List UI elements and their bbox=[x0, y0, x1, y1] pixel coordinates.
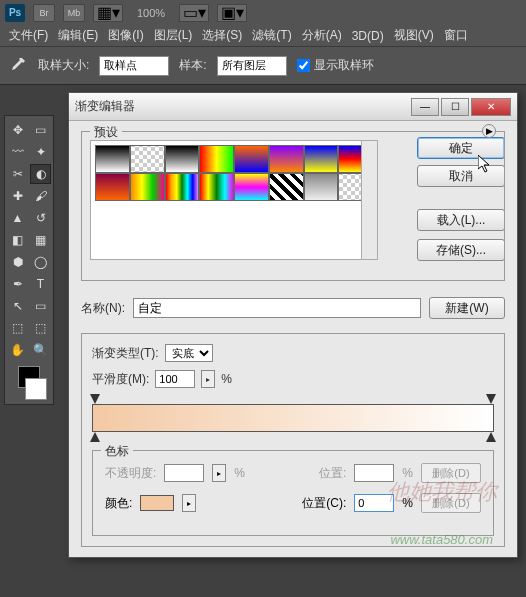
gradient-tool[interactable]: ▦ bbox=[30, 230, 51, 250]
zoom-level[interactable]: 100% bbox=[137, 7, 165, 19]
sample-size-label: 取样大小: bbox=[38, 57, 89, 74]
position-c-label: 位置(C): bbox=[302, 495, 346, 512]
background-swatch[interactable] bbox=[25, 378, 47, 400]
preset-swatch[interactable] bbox=[95, 173, 130, 201]
opacity-stepper: ▸ bbox=[212, 464, 226, 482]
presets-menu-icon[interactable]: ▶ bbox=[482, 124, 496, 138]
color-swatch[interactable] bbox=[140, 495, 174, 511]
history-brush-tool[interactable]: ↺ bbox=[30, 208, 51, 228]
blur-tool[interactable]: ⬢ bbox=[7, 252, 28, 272]
name-row: 名称(N): 新建(W) bbox=[81, 297, 505, 319]
opacity-stop-right[interactable] bbox=[486, 394, 496, 404]
preset-scrollbar[interactable] bbox=[361, 141, 377, 259]
shape-tool[interactable]: ▭ bbox=[30, 296, 51, 316]
smooth-stepper[interactable]: ▸ bbox=[201, 370, 215, 388]
screen-mode-dropdown[interactable]: ▣▾ bbox=[217, 4, 247, 22]
eraser-tool[interactable]: ◧ bbox=[7, 230, 28, 250]
preset-swatch[interactable] bbox=[234, 145, 269, 173]
heal-tool[interactable]: ✚ bbox=[7, 186, 28, 206]
sample-label: 样本: bbox=[179, 57, 206, 74]
color-picker-arrow[interactable]: ▸ bbox=[182, 494, 196, 512]
gradient-editor-dialog: 渐变编辑器 — ☐ ✕ 确定 取消 载入(L)... 存储(S)... 预设 ▶ bbox=[68, 92, 518, 558]
preset-swatch[interactable] bbox=[199, 145, 234, 173]
hand-tool[interactable]: ✋ bbox=[7, 340, 28, 360]
percent-label-2: % bbox=[234, 466, 245, 480]
color-label: 颜色: bbox=[105, 495, 132, 512]
preset-swatch[interactable] bbox=[234, 173, 269, 201]
preset-swatch[interactable] bbox=[130, 173, 165, 201]
smooth-input[interactable] bbox=[155, 370, 195, 388]
menu-layer[interactable]: 图层(L) bbox=[151, 25, 196, 46]
marquee-tool[interactable]: ▭ bbox=[30, 120, 51, 140]
maximize-button[interactable]: ☐ bbox=[441, 98, 469, 116]
preset-swatch[interactable] bbox=[269, 145, 304, 173]
delete-color-stop-button[interactable]: 删除(D) bbox=[421, 493, 481, 513]
3d-tool[interactable]: ⬚ bbox=[7, 318, 28, 338]
preset-swatch[interactable] bbox=[199, 173, 234, 201]
brush-tool[interactable]: 🖌 bbox=[30, 186, 51, 206]
opacity-stop-left[interactable] bbox=[90, 394, 100, 404]
menu-file[interactable]: 文件(F) bbox=[6, 25, 51, 46]
close-button[interactable]: ✕ bbox=[471, 98, 511, 116]
preset-swatch[interactable] bbox=[304, 145, 339, 173]
lasso-tool[interactable]: 〰 bbox=[7, 142, 28, 162]
show-ring-checkbox[interactable]: 显示取样环 bbox=[297, 57, 374, 74]
gradient-preview[interactable] bbox=[92, 404, 494, 432]
zoom-tool[interactable]: 🔍 bbox=[30, 340, 51, 360]
view-dropdown[interactable]: ▦▾ bbox=[93, 4, 123, 22]
preset-grid[interactable] bbox=[90, 140, 378, 260]
eyedropper-tool-icon[interactable] bbox=[8, 56, 28, 76]
preset-swatch[interactable] bbox=[130, 145, 165, 173]
opacity-label: 不透明度: bbox=[105, 465, 156, 482]
presets-frame: 预设 ▶ bbox=[81, 131, 505, 281]
arrange-dropdown[interactable]: ▭▾ bbox=[179, 4, 209, 22]
mb-button[interactable]: Mb bbox=[63, 4, 85, 22]
menu-3d[interactable]: 3D(D) bbox=[349, 27, 387, 45]
pen-tool[interactable]: ✒ bbox=[7, 274, 28, 294]
color-stops-frame: 色标 不透明度: ▸ % 位置: % 删除(D) 颜色: ▸ bbox=[92, 450, 494, 536]
menu-view[interactable]: 视图(V) bbox=[391, 25, 437, 46]
eyedropper-tool[interactable]: ◐ bbox=[30, 164, 51, 184]
color-stop-left[interactable] bbox=[90, 432, 100, 442]
show-ring-check[interactable] bbox=[297, 59, 310, 72]
menu-image[interactable]: 图像(I) bbox=[105, 25, 146, 46]
dialog-body: 确定 取消 载入(L)... 存储(S)... 预设 ▶ bbox=[69, 121, 517, 557]
gradient-bar[interactable] bbox=[92, 404, 494, 432]
color-swatches[interactable] bbox=[7, 366, 51, 400]
menubar: 文件(F) 编辑(E) 图像(I) 图层(L) 选择(S) 滤镜(T) 分析(A… bbox=[0, 25, 526, 47]
name-label: 名称(N): bbox=[81, 300, 125, 317]
position-input bbox=[354, 464, 394, 482]
bridge-button[interactable]: Br bbox=[33, 4, 55, 22]
menu-select[interactable]: 选择(S) bbox=[199, 25, 245, 46]
menu-edit[interactable]: 编辑(E) bbox=[55, 25, 101, 46]
move-tool[interactable]: ✥ bbox=[7, 120, 28, 140]
wand-tool[interactable]: ✦ bbox=[30, 142, 51, 162]
new-button[interactable]: 新建(W) bbox=[429, 297, 505, 319]
preset-swatch[interactable] bbox=[165, 145, 200, 173]
camera-tool[interactable]: ⬚ bbox=[30, 318, 51, 338]
preset-swatch[interactable] bbox=[165, 173, 200, 201]
menu-filter[interactable]: 滤镜(T) bbox=[249, 25, 294, 46]
position-c-input[interactable] bbox=[354, 494, 394, 512]
sample-size-select[interactable] bbox=[99, 56, 169, 76]
name-input[interactable] bbox=[133, 298, 421, 318]
toolbox: ✥▭ 〰✦ ✂◐ ✚🖌 ▲↺ ◧▦ ⬢◯ ✒T ↖▭ ⬚⬚ ✋🔍 bbox=[4, 115, 54, 405]
preset-swatch[interactable] bbox=[269, 173, 304, 201]
preset-swatch[interactable] bbox=[304, 173, 339, 201]
dodge-tool[interactable]: ◯ bbox=[30, 252, 51, 272]
preset-swatch[interactable] bbox=[95, 145, 130, 173]
dialog-titlebar[interactable]: 渐变编辑器 — ☐ ✕ bbox=[69, 93, 517, 121]
type-tool[interactable]: T bbox=[30, 274, 51, 294]
percent-label-4: % bbox=[402, 496, 413, 510]
color-stop-right[interactable] bbox=[486, 432, 496, 442]
crop-tool[interactable]: ✂ bbox=[7, 164, 28, 184]
gradient-type-select[interactable]: 实底 bbox=[165, 344, 213, 362]
minimize-button[interactable]: — bbox=[411, 98, 439, 116]
menu-window[interactable]: 窗口 bbox=[441, 25, 471, 46]
menu-analysis[interactable]: 分析(A) bbox=[299, 25, 345, 46]
sample-select[interactable] bbox=[217, 56, 287, 76]
options-bar: 取样大小: 样本: 显示取样环 bbox=[0, 47, 526, 85]
path-tool[interactable]: ↖ bbox=[7, 296, 28, 316]
percent-label: % bbox=[221, 372, 232, 386]
stamp-tool[interactable]: ▲ bbox=[7, 208, 28, 228]
